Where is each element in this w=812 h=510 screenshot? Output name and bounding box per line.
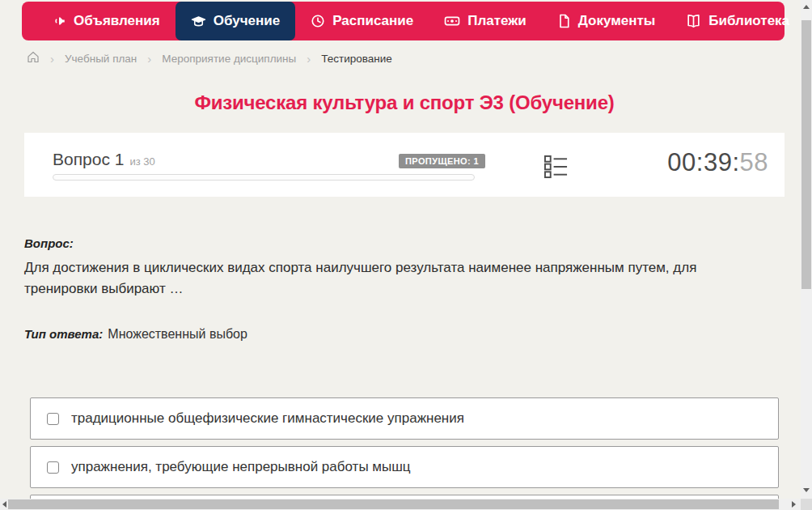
page-title: Физическая культура и спорт Э3 (Обучение… [0, 91, 809, 114]
vertical-scrollbar[interactable] [801, 0, 812, 499]
scrollbar-corner [801, 499, 812, 510]
breadcrumb-separator-icon: › [307, 53, 311, 65]
vertical-scrollbar-thumb[interactable] [801, 20, 811, 289]
scroll-left-arrow-icon[interactable] [2, 501, 6, 508]
nav-item-label: Объявления [74, 13, 160, 29]
answer-checkbox[interactable] [47, 413, 59, 425]
scroll-down-arrow-icon[interactable] [803, 488, 810, 492]
document-icon [557, 14, 571, 28]
nav-item-announcements[interactable]: Объявления [36, 2, 176, 40]
question-progress-bar [53, 174, 475, 181]
answer-type-label: Тип ответа: [24, 327, 103, 341]
breadcrumb: › Учебный план › Мероприятие дисциплины … [27, 51, 392, 66]
answer-option-label: традиционные общефизические гимнастическ… [71, 410, 464, 427]
answer-type-value: Множественный выбор [108, 327, 247, 341]
question-number: Вопрос 1 [53, 150, 124, 169]
nav-item-label: Документы [578, 13, 656, 29]
nav-item-label: Расписание [332, 13, 413, 29]
nav-item-payments[interactable]: Платежи [429, 2, 542, 40]
nav-item-education[interactable]: Обучение [176, 2, 295, 40]
timer-seconds: 58 [740, 148, 768, 176]
main-navbar: Объявления Обучение Расписание Плат [22, 2, 785, 40]
question-list-icon[interactable] [543, 154, 569, 182]
breadcrumb-separator-icon: › [50, 53, 54, 65]
countdown-timer: 00:39:58 [667, 148, 768, 177]
nav-item-label: Платежи [467, 13, 527, 29]
question-block: Вопрос: Для достижения в циклических вид… [24, 236, 728, 342]
answer-options: традиционные общефизические гимнастическ… [30, 397, 779, 510]
home-icon[interactable] [27, 51, 40, 66]
breadcrumb-item-curriculum[interactable]: Учебный план [65, 53, 137, 65]
nav-item-documents[interactable]: Документы [542, 2, 671, 40]
horizontal-scrollbar[interactable] [0, 499, 801, 510]
payment-icon [444, 14, 460, 28]
breadcrumb-item-testing: Тестирование [321, 53, 392, 65]
timer-hours-minutes: 00:39: [667, 148, 739, 176]
answer-option[interactable]: упражнения, требующие непрерывной работы… [30, 446, 779, 488]
nav-item-label: Библиотека [708, 13, 789, 29]
answer-checkbox[interactable] [47, 461, 59, 474]
clock-icon [311, 14, 325, 28]
question-text: Для достижения в циклических видах спорт… [24, 257, 728, 300]
skipped-badge: ПРОПУЩЕНО: 1 [399, 154, 485, 168]
question-label: Вопрос: [24, 236, 728, 250]
nav-item-label: Обучение [214, 13, 280, 29]
scroll-right-arrow-icon[interactable] [792, 501, 796, 508]
quiz-header-card: Вопрос 1 из 30 ПРОПУЩЕНО: 1 00:39:58 [24, 133, 785, 197]
question-of-total: из 30 [129, 155, 154, 168]
horizontal-scrollbar-thumb[interactable] [8, 499, 779, 509]
graduation-cap-icon [191, 14, 206, 29]
nav-item-library[interactable]: Библиотека [670, 2, 812, 40]
nav-item-schedule[interactable]: Расписание [295, 2, 429, 40]
breadcrumb-separator-icon: › [147, 53, 151, 65]
breadcrumb-item-discipline-event[interactable]: Мероприятие дисциплины [162, 53, 296, 65]
megaphone-icon [52, 14, 66, 28]
scroll-up-arrow-icon[interactable] [803, 5, 810, 9]
answer-option[interactable]: традиционные общефизические гимнастическ… [30, 397, 779, 440]
answer-option-label: упражнения, требующие непрерывной работы… [71, 459, 411, 475]
library-book-icon [686, 14, 701, 28]
